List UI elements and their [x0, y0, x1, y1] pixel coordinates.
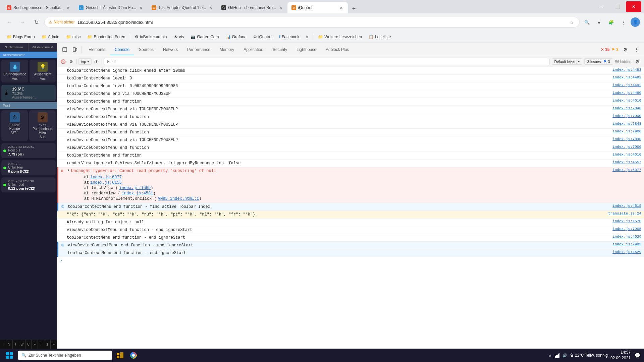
tab-close-2[interactable]: ✕ — [138, 5, 144, 10]
nav-t[interactable]: T — [38, 340, 44, 349]
taskbar-explorer[interactable] — [114, 349, 126, 361]
tab-1[interactable]: 5 Suchergebnisse - Schalke... ✕ — [3, 2, 75, 13]
pumpenhaus-card[interactable]: ⚙ +0 W Pumpenhaus Filter Aus — [29, 110, 56, 141]
bookmark-grafana[interactable]: 📊 Grafana — [223, 33, 249, 41]
taskbar-chrome[interactable] — [127, 349, 140, 361]
devtools-settings-button[interactable]: ⚙ — [621, 45, 630, 54]
tab-application[interactable]: Application — [239, 45, 268, 55]
tab-5[interactable]: ⚙ iQontrol ✕ — [287, 2, 348, 13]
tab-close-4[interactable]: ✕ — [278, 5, 283, 10]
schlafzimmer-tab[interactable]: Schlafzimmer — [0, 43, 29, 52]
nav-f2[interactable]: F — [51, 340, 57, 349]
tab-security[interactable]: Security — [268, 45, 292, 55]
maximize-button[interactable]: ⬜ — [610, 1, 625, 12]
expand-arrow-icon[interactable]: ▶ — [68, 168, 70, 172]
nav-c[interactable]: C — [25, 340, 32, 349]
device-toolbar-button[interactable] — [70, 45, 79, 54]
line-source-12[interactable]: index.js:4510 — [607, 153, 641, 157]
eye-button[interactable]: 👁 — [94, 59, 100, 65]
line-source-3[interactable]: index.js:4492 — [607, 83, 641, 87]
search-icon[interactable]: 🔍 — [582, 17, 592, 27]
bookmark-more[interactable]: » — [304, 33, 311, 41]
bookmark-star-icon[interactable]: ☆ — [569, 19, 575, 25]
info-source-2[interactable]: index.js:4515 — [607, 204, 641, 208]
line-source-7[interactable]: index.js:7900 — [607, 114, 641, 118]
reload-button[interactable]: ↻ — [31, 17, 42, 27]
console-log[interactable]: toolbarContextMenu ignore click ended af… — [57, 67, 644, 349]
line-source-9[interactable]: index.js:7900 — [607, 129, 641, 133]
bookmark-iqontrol[interactable]: ⚙ iQontrol — [251, 33, 275, 41]
profile-icon[interactable]: 👤 — [631, 17, 640, 27]
volume-icon[interactable]: 🔊 — [562, 353, 568, 358]
bookmark-bundesliga[interactable]: 📁 Bundesliga Foren — [85, 33, 128, 41]
aussenlicht-card[interactable]: 💡 Aussenlicht Aus — [30, 60, 56, 82]
bookmark-misc[interactable]: 📁 misc — [63, 33, 84, 41]
error-main-source[interactable]: index.js:6077 — [607, 168, 641, 172]
tab-network[interactable]: Network — [158, 45, 182, 55]
aussenbereich-tab[interactable]: Gästezimmer # — [29, 43, 57, 52]
tab-performance[interactable]: Performance — [182, 45, 215, 55]
nav-v[interactable]: V — [6, 340, 13, 349]
tab-close-5[interactable]: ✕ — [338, 5, 344, 10]
line-source-4[interactable]: index.js:4460 — [607, 91, 641, 95]
extensions-icon[interactable]: 🧩 — [606, 17, 616, 27]
temperature-widget[interactable]: 🌡 19.6°C 71.2% Aussentemper... — [1, 85, 56, 101]
bookmark-admin[interactable]: 📁 Admin — [39, 33, 62, 41]
bookmark-vis[interactable]: 👁 vis — [171, 33, 187, 41]
devtools-menu-button[interactable]: ⋮ — [632, 45, 641, 54]
default-levels-dropdown[interactable]: Default levels ▾ — [552, 58, 582, 65]
line-source-11[interactable]: index.js:7900 — [607, 145, 641, 149]
line-source-1[interactable]: index.js:4483 — [607, 68, 641, 72]
stack-link-2[interactable]: index.js:6156 — [90, 180, 122, 185]
tab-close-3[interactable]: ✕ — [208, 5, 213, 10]
nav-f[interactable]: F — [32, 340, 38, 349]
info-source-3a[interactable]: index.js:7905 — [607, 242, 641, 246]
menu-icon[interactable]: ⋮ — [619, 17, 628, 27]
stack-link-5[interactable]: VM85_index.html:1 — [158, 196, 199, 201]
minimize-button[interactable]: — — [594, 1, 609, 12]
line-source-6[interactable]: index.js:7848 — [607, 106, 641, 110]
issues-badge[interactable]: 3 Issues: ⚑ 3 — [584, 58, 613, 65]
address-input-field[interactable]: ⚠ Nicht sicher 192.168.0.254:8082/iqontr… — [44, 17, 580, 27]
tab-close-1[interactable]: ✕ — [65, 5, 71, 10]
taskbar-search[interactable]: 🔍 Zur Suche Text hier eingeben — [18, 351, 112, 360]
nav-i2[interactable]: I — [13, 340, 19, 349]
bookmark-iobroker-admin[interactable]: ⚙ ioBroker.admin — [132, 33, 169, 41]
console-gear-button[interactable]: ⚙ — [633, 58, 641, 66]
info-source-3b[interactable]: index.js:4529 — [607, 250, 641, 254]
start-button[interactable] — [3, 350, 16, 361]
stack-link-1[interactable]: index.js:6077 — [90, 175, 122, 180]
new-tab-button[interactable]: + — [349, 4, 359, 13]
back-button[interactable]: ← — [4, 17, 15, 27]
tab-sources[interactable]: Sources — [134, 45, 158, 55]
stack-link-4[interactable]: index.js:4581 — [122, 191, 153, 196]
line-source-waiting[interactable]: index.js:1578 — [607, 219, 641, 223]
brunnenpumpe-card[interactable]: 💧 Brunnenpumpe Aus — [1, 60, 28, 82]
line-source-tc-end[interactable]: index.js:4529 — [607, 235, 641, 239]
translate-source[interactable]: translate.js:24 — [603, 212, 641, 216]
nav-i1[interactable]: I — [0, 340, 6, 349]
line-source-vd-end[interactable]: index.js:7905 — [607, 227, 641, 231]
tab-lighthouse[interactable]: Lighthouse — [292, 45, 321, 55]
top-context-selector[interactable]: top ▾ — [78, 58, 92, 65]
bookmark-facebook[interactable]: f Facebook — [276, 33, 302, 41]
line-source-5[interactable]: index.js:4510 — [607, 99, 641, 103]
line-source-13[interactable]: index.js:4557 — [607, 160, 641, 164]
nav-1[interactable]: 1 — [44, 340, 51, 349]
inspect-element-button[interactable] — [60, 45, 69, 54]
forward-button[interactable]: → — [17, 17, 28, 27]
up-arrow-tray-icon[interactable]: ∧ — [547, 353, 553, 358]
line-source-2[interactable]: index.js:4492 — [607, 75, 641, 79]
clear-console-button[interactable]: 🚫 — [60, 59, 66, 65]
nav-s[interactable]: S/ — [19, 340, 25, 349]
line-source-10[interactable]: index.js:7848 — [607, 137, 641, 141]
tab-elements[interactable]: Elements — [84, 45, 110, 55]
laufzeit-pumpe-card[interactable]: ⏱ Laufzeit Pumpe 237.1 — [1, 110, 28, 141]
bookmark-icon[interactable]: ★ — [594, 17, 604, 27]
bookmark-garten-cam[interactable]: 📷 Garten Cam — [188, 33, 221, 41]
close-button[interactable]: ✕ — [626, 1, 641, 12]
tab-2[interactable]: F Gesucht: Ältester IC im Fo... ✕ — [75, 2, 148, 13]
tab-console[interactable]: Console — [110, 45, 134, 55]
console-input[interactable] — [64, 258, 641, 263]
stack-link-3[interactable]: index.js:1569 — [119, 186, 151, 190]
